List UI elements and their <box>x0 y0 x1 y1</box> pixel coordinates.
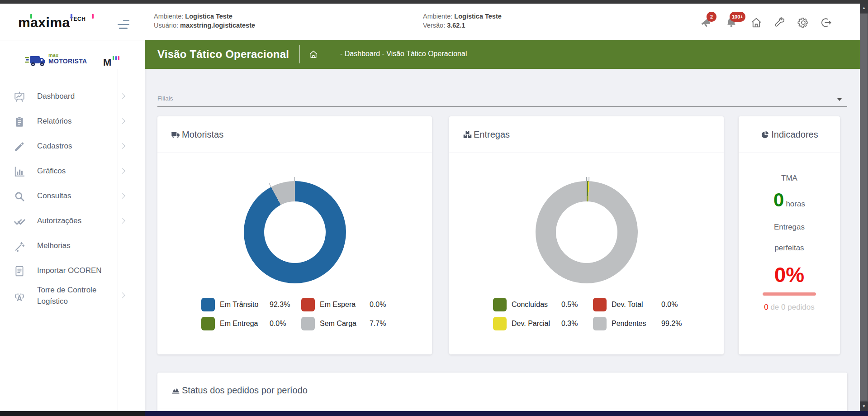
chevron-right-icon <box>119 143 125 149</box>
breadcrumb-home-icon[interactable] <box>308 49 318 59</box>
legend-item-concluidas[interactable]: Concluídas 0.5% <box>493 298 593 311</box>
magic-wand-icon <box>14 240 25 252</box>
percent-progress-bar <box>763 292 816 296</box>
logo-accent-pink <box>92 14 94 19</box>
brand-line2: MOTORISTA <box>48 58 87 64</box>
legend-label: Concluídas <box>512 301 561 309</box>
brand-name: maxima <box>18 15 70 30</box>
cards-row: Motoristas Em Trânsito 92.3% <box>157 116 847 354</box>
filiais-label: Filiais <box>157 95 173 102</box>
logout-icon[interactable] <box>820 16 832 29</box>
legend-label: Dev. Total <box>612 301 661 309</box>
chevron-right-icon <box>119 292 125 298</box>
usuario-value: maxstring.logisticateste <box>180 22 255 29</box>
legend-item-em-transito[interactable]: Em Trânsito 92.3% <box>201 298 301 311</box>
legend-item-sem-carga[interactable]: Sem Carga 7.7% <box>301 317 432 330</box>
scroll-up-button[interactable]: ▲ <box>860 4 868 13</box>
logo-accent-green <box>30 14 32 19</box>
metric-line2: perfeitas <box>739 244 840 253</box>
notifications-bell-icon[interactable]: 100+ <box>725 16 738 29</box>
indicadores-card-header: Indicadores <box>739 116 840 153</box>
legend-swatch <box>301 298 315 311</box>
app-header: maximaTECH Ambiente: Logística Teste Usu… <box>0 4 860 40</box>
filiais-select[interactable]: Filiais <box>157 94 847 107</box>
metric-line1: Entregas <box>739 223 840 232</box>
maxima-tech-logo: maximaTECH <box>18 14 109 32</box>
sidebar-item-consultas[interactable]: Consultas <box>0 184 145 209</box>
legend-item-em-entrega[interactable]: Em Entrega 0.0% <box>201 317 301 330</box>
sidebar-item-label: Cadastros <box>37 141 118 152</box>
pencil-icon <box>14 141 25 153</box>
sidebar-item-relatorios[interactable]: Relatórios <box>0 109 145 134</box>
legend-item-pendentes[interactable]: Pendentes 99.2% <box>593 317 724 330</box>
orders-total-text: de 0 pedidos <box>768 303 815 311</box>
indicadores-body: TMA 0horas Entregas perfeitas 0% 0 de 0 … <box>739 174 840 312</box>
dropdown-arrow-icon <box>837 98 842 101</box>
chevron-right-icon <box>119 218 125 224</box>
legend-value: 7.7% <box>370 320 386 328</box>
page-titlebar: Visão Tático Operacional - Dashboard - V… <box>145 40 860 69</box>
sidebar-item-dashboard[interactable]: Dashboard <box>0 84 145 109</box>
announcements-icon[interactable]: 2 <box>700 16 713 29</box>
ambiente-label: Ambiente: <box>423 13 452 20</box>
page-title: Visão Tático Operacional <box>157 48 289 61</box>
sidebar-item-label: Relatórios <box>37 116 118 127</box>
max-motorista-logo: max MOTORISTA M <box>0 40 145 74</box>
card-title: Status dos pedidos por período <box>182 385 308 396</box>
breadcrumb: - Dashboard - Visão Tático Operacional <box>340 50 467 58</box>
legend-label: Em Trânsito <box>220 301 270 309</box>
sidebar-item-importar-ocoren[interactable]: Importar OCOREN <box>0 258 145 283</box>
legend-value: 0.0% <box>661 301 678 309</box>
legend-value: 99.2% <box>661 320 682 328</box>
truck-icon <box>171 130 180 139</box>
entregas-legend: Concluídas 0.5% Dev. Total 0.0% Dev. Par… <box>449 298 724 330</box>
sidebar-item-label: Importar OCOREN <box>37 265 118 277</box>
chevron-right-icon <box>119 168 125 174</box>
sidebar-item-cadastros[interactable]: Cadastros <box>0 134 145 159</box>
chevron-right-icon <box>119 193 125 199</box>
versao-label: Versão: <box>423 22 445 29</box>
ambiente-label: Ambiente: <box>154 13 183 20</box>
motoristas-donut-chart <box>244 181 346 283</box>
dashboard-icon <box>14 91 25 103</box>
motoristas-card-header: Motoristas <box>157 116 432 153</box>
sidebar-item-autorizacoes[interactable]: Autorizações <box>0 209 145 234</box>
sidebar: max MOTORISTA M Dashboard <box>0 40 145 411</box>
window-bottom-bar <box>0 411 868 416</box>
legend-label: Em Espera <box>320 301 370 309</box>
ambiente-value: Logística Teste <box>185 13 232 20</box>
pie-chart-icon <box>760 130 770 139</box>
status-pedidos-card: Status dos pedidos por período <box>157 373 847 416</box>
truck-logo-icon: max MOTORISTA <box>25 53 77 69</box>
settings-gear-icon[interactable] <box>797 16 810 29</box>
sidebar-item-label: Melhorias <box>37 240 118 252</box>
legend-swatch <box>593 317 607 330</box>
logo-accent-blue <box>71 14 72 19</box>
sidebar-item-torre-de-controle[interactable]: Torre de Controle Logístico <box>0 283 145 308</box>
legend-item-em-espera[interactable]: Em Espera 0.0% <box>301 298 432 311</box>
titlebar-divider <box>299 45 300 63</box>
sidebar-item-melhorias[interactable]: Melhorias <box>0 234 145 258</box>
tma-value-row: 0horas <box>739 189 840 211</box>
entregas-donut-chart <box>536 181 638 283</box>
legend-item-dev-parcial[interactable]: Dev. Parcial 0.3% <box>493 317 593 330</box>
legend-swatch <box>593 298 607 311</box>
notifications-badge: 100+ <box>730 12 745 22</box>
chevron-right-icon <box>119 93 125 99</box>
sidebar-toggle-button[interactable] <box>114 20 129 30</box>
sidebar-item-graficos[interactable]: Gráficos <box>0 159 145 184</box>
card-title: Indicadores <box>771 129 818 140</box>
legend-item-dev-total[interactable]: Dev. Total 0.0% <box>593 298 724 311</box>
scrollbar-thumb[interactable] <box>860 14 868 401</box>
tools-wrench-icon[interactable] <box>773 16 786 29</box>
document-icon <box>14 265 25 277</box>
scroll-down-button[interactable]: ▼ <box>860 402 868 411</box>
sidebar-item-label: Dashboard <box>37 91 118 102</box>
page-scrollbar[interactable]: ▲ ▼ <box>860 4 868 416</box>
card-title: Motoristas <box>182 129 223 140</box>
donut-hole <box>556 201 617 263</box>
home-icon[interactable] <box>750 16 763 29</box>
chevron-right-icon <box>119 118 125 124</box>
sidebar-item-label: Torre de Controle Logístico <box>37 285 118 307</box>
entregas-card: Entregas Concluídas 0.5% <box>449 116 724 354</box>
